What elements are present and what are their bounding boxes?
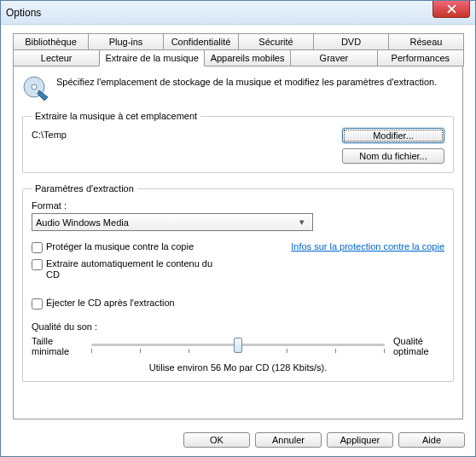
group-location-legend: Extraire la musique à cet emplacement xyxy=(32,111,200,121)
chevron-down-icon: ▾ xyxy=(295,217,309,228)
quality-label: Qualité du son : xyxy=(32,321,444,332)
tab-dvd[interactable]: DVD xyxy=(313,33,389,50)
quality-slider[interactable] xyxy=(91,335,385,357)
cancel-button[interactable]: Annuler xyxy=(255,432,322,448)
rip-path: C:\Temp xyxy=(32,128,342,140)
protect-label: Protéger la musique contre la copie xyxy=(46,241,194,252)
auto-rip-label: Extraire automatiquement le contenu du C… xyxy=(46,258,217,281)
tab-row-1: Bibliothèque Plug-ins Confidentialité Sé… xyxy=(13,33,463,50)
close-button[interactable] xyxy=(432,1,470,18)
apply-button[interactable]: Appliquer xyxy=(327,432,393,448)
slider-max-label: Qualité optimale xyxy=(393,336,444,356)
options-window: Options Bibliothèque Plug-ins Confidenti… xyxy=(0,0,476,457)
tab-graver[interactable]: Graver xyxy=(290,49,377,67)
tab-confidentialite[interactable]: Confidentialité xyxy=(163,33,239,50)
format-label: Format : xyxy=(32,200,444,211)
tab-lecteur[interactable]: Lecteur xyxy=(13,49,100,67)
slider-min-label: Taille minimale xyxy=(32,336,83,356)
format-value: Audio Windows Media xyxy=(36,217,129,228)
dialog-buttons: OK Annuler Appliquer Aide xyxy=(183,432,465,448)
tab-bibliotheque[interactable]: Bibliothèque xyxy=(13,33,89,50)
ok-button[interactable]: OK xyxy=(183,432,250,448)
eject-label: Éjecter le CD après l'extraction xyxy=(46,298,175,309)
slider-thumb[interactable] xyxy=(234,338,242,353)
group-params-legend: Paramètres d'extraction xyxy=(32,183,137,194)
help-button[interactable]: Aide xyxy=(398,432,465,448)
tab-securite[interactable]: Sécurité xyxy=(238,33,314,50)
tab-row-2: Lecteur Extraire de la musique Appareils… xyxy=(13,49,463,67)
tabs: Bibliothèque Plug-ins Confidentialité Sé… xyxy=(13,33,463,419)
titlebar: Options xyxy=(1,1,475,25)
modify-button[interactable]: Modifier... xyxy=(342,128,444,143)
quality-section: Qualité du son : Taille minimale Qualité… xyxy=(32,321,444,373)
protect-checkbox[interactable] xyxy=(32,242,43,253)
group-location: Extraire la musique à cet emplacement C:… xyxy=(22,111,454,173)
intro-row: Spécifiez l'emplacement de stockage de l… xyxy=(22,75,454,102)
group-params: Paramètres d'extraction Format : Audio W… xyxy=(22,183,454,382)
intro-text: Spécifiez l'emplacement de stockage de l… xyxy=(56,75,437,87)
window-title: Options xyxy=(6,7,41,19)
tab-performances[interactable]: Performances xyxy=(377,49,464,67)
tab-plugins[interactable]: Plug-ins xyxy=(88,33,164,50)
tab-panel: Spécifiez l'emplacement de stockage de l… xyxy=(13,67,463,419)
eject-checkbox[interactable] xyxy=(32,298,43,309)
auto-rip-checkbox[interactable] xyxy=(32,259,43,270)
close-icon xyxy=(447,4,456,14)
tab-appareils[interactable]: Appareils mobiles xyxy=(204,49,291,67)
tab-reseau[interactable]: Réseau xyxy=(388,33,464,50)
tab-extraire[interactable]: Extraire de la musique xyxy=(99,49,204,67)
filename-button[interactable]: Nom du fichier... xyxy=(342,148,444,164)
content-area: Bibliothèque Plug-ins Confidentialité Sé… xyxy=(1,25,475,456)
usage-text: Utilise environ 56 Mo par CD (128 Kbits/… xyxy=(32,362,444,373)
protection-info-link[interactable]: Infos sur la protection contre la copie xyxy=(291,241,444,252)
svg-point-1 xyxy=(32,84,37,90)
format-select[interactable]: Audio Windows Media ▾ xyxy=(32,213,313,231)
rip-music-icon xyxy=(22,75,49,102)
